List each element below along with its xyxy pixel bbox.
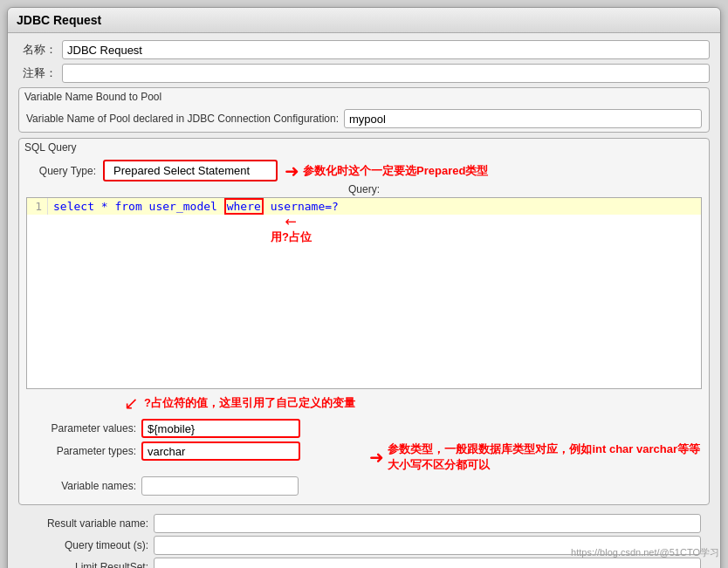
param-types-row: Parameter types:: [28, 441, 359, 461]
annotation3-area: ↙ ?占位符的值，这里引用了自己定义的变量: [19, 389, 709, 415]
query-type-label: Query Type:: [26, 165, 96, 177]
name-row: 名称：: [18, 40, 710, 59]
name-label: 名称：: [18, 42, 62, 58]
query-timeout-label: Query timeout (s):: [27, 539, 154, 551]
title-bar: JDBC Request: [8, 8, 720, 33]
code-editor-space: [27, 215, 701, 354]
code-wrapper: 1 select * from user_model where usernam…: [26, 197, 702, 389]
param-section: Parameter values: Parameter types: ➜ 参数类…: [19, 415, 709, 504]
arrow1-icon: ➜: [285, 161, 299, 181]
param-types-label: Parameter types:: [28, 445, 141, 457]
query-area: Query: 1 select * from user_model where …: [19, 183, 709, 389]
annotation4-area: ➜ 参数类型，一般跟数据库类型对应，例如int char varchar等等 大…: [362, 441, 700, 473]
result-var-row: Result variable name:: [27, 514, 701, 533]
name-input[interactable]: [62, 40, 710, 59]
sql-section-title: SQL Query: [19, 139, 709, 156]
pool-label: Variable Name of Pool declared in JDBC C…: [26, 113, 339, 125]
param-values-row: Parameter values:: [28, 419, 700, 438]
arrow3-icon: ↙: [124, 393, 139, 414]
pool-section-title: Variable Name Bound to Pool: [19, 88, 709, 106]
result-var-input[interactable]: [154, 514, 701, 533]
query-type-button[interactable]: Prepared Select Statement: [103, 160, 278, 181]
param-varnames-input[interactable]: [141, 476, 299, 496]
where-keyword: where: [224, 198, 264, 215]
param-types-input[interactable]: [141, 441, 300, 461]
param-values-input[interactable]: [141, 419, 300, 438]
param-values-label: Parameter values:: [28, 422, 141, 435]
annotation4-line2: 大小写不区分都可以: [388, 457, 700, 473]
window-title: JDBC Request: [17, 13, 101, 27]
pool-row: Variable Name of Pool declared in JDBC C…: [19, 106, 709, 132]
pool-section: Variable Name Bound to Pool Variable Nam…: [18, 87, 710, 133]
watermark: https://blog.csdn.net/@51CTO学习: [571, 546, 719, 559]
line-number-1: 1: [27, 198, 48, 215]
param-varnames-label: Variable names:: [28, 480, 141, 492]
annotation1-text: 参数化时这个一定要选Prepared类型: [303, 163, 488, 179]
from-keyword: from: [114, 200, 141, 213]
pool-input[interactable]: [344, 109, 702, 128]
query-label: Query:: [26, 183, 702, 195]
query-type-area: Query Type: Prepared Select Statement ➜ …: [19, 156, 709, 183]
comment-row: 注释：: [18, 64, 710, 83]
code-line-1: 1 select * from user_model where usernam…: [27, 198, 701, 215]
main-window: JDBC Request 名称： 注释： Variable Name Bound…: [7, 7, 721, 568]
code-editor[interactable]: 1 select * from user_model where usernam…: [26, 197, 702, 389]
param-types-wrapper: Parameter types: ➜ 参数类型，一般跟数据库类型对应，例如int…: [28, 441, 700, 473]
annotation3-text: ?占位符的值，这里引用了自己定义的变量: [144, 395, 355, 411]
comment-input[interactable]: [62, 64, 710, 83]
limit-result-label: Limit ResultSet:: [27, 561, 154, 568]
annotation1-area: ➜ 参数化时这个一定要选Prepared类型: [285, 161, 488, 181]
content-area: 名称： 注释： Variable Name Bound to Pool Vari…: [8, 33, 720, 568]
bottom-form: Result variable name: Query timeout (s):…: [18, 510, 710, 568]
result-var-label: Result variable name:: [27, 517, 154, 530]
annotation4-line1: 参数类型，一般跟数据库类型对应，例如int char varchar等等: [388, 441, 700, 457]
arrow4-icon: ➜: [369, 447, 384, 468]
sql-section: SQL Query Query Type: Prepared Select St…: [18, 138, 710, 505]
code-content: select * from user_model where username=…: [48, 198, 344, 215]
param-varnames-row: Variable names:: [28, 476, 700, 496]
comment-label: 注释：: [18, 65, 62, 81]
